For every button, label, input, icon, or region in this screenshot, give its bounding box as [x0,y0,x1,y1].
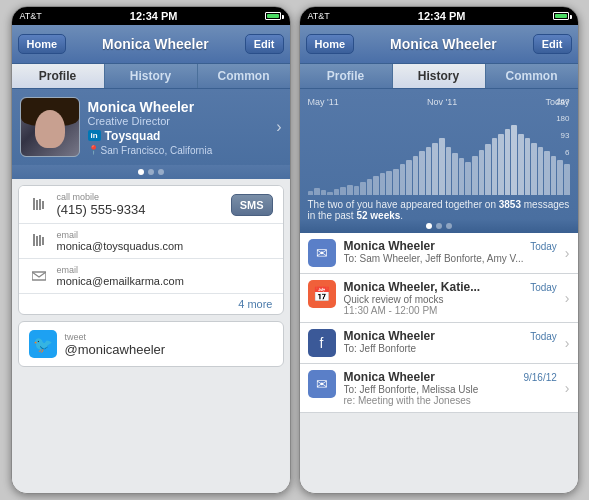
chart-dots [300,219,578,233]
profile-title: Creative Director [88,115,269,127]
profile-info: Monica Wheeler Creative Director in Toys… [88,99,269,156]
home-button-right[interactable]: Home [306,34,355,54]
svg-rect-2 [39,199,41,210]
chart-bar [459,158,465,195]
msg-from: Monica Wheeler [344,329,435,343]
edit-button-right[interactable]: Edit [533,34,572,54]
msg-to: Quick review of mocks [344,294,557,305]
status-bar-right: AT&T 12:34 PM [300,7,578,25]
contact-row-email2[interactable]: email monica@emailkarma.com [19,259,283,294]
history-chart: May '11 Nov '11 Today 267 180 93 6 [300,89,578,219]
chart-bar [419,151,425,195]
msg-type-icon: 📅 [308,280,336,308]
tab-common-right[interactable]: Common [486,64,578,88]
profile-chevron: › [276,118,281,136]
contact-row-email1[interactable]: email monica@toysquadus.com [19,224,283,259]
tab-common-left[interactable]: Common [198,64,290,88]
msg-header: Monica Wheeler Today [344,329,557,343]
msg-type-icon: f [308,329,336,357]
status-bar-left: AT&T 12:34 PM [12,7,290,25]
message-item[interactable]: f Monica Wheeler Today To: Jeff Bonforte… [300,323,578,364]
chart-bar [472,156,478,195]
msg-body: Monica Wheeler Today To: Sam Wheeler, Je… [344,239,557,264]
msg-from: Monica Wheeler, Katie... [344,280,481,294]
chart-label-nov: Nov '11 [427,97,457,107]
chart-bar [551,156,557,195]
msg-from: Monica Wheeler [344,370,435,384]
chart-bar [314,188,320,195]
battery-icon-right [553,12,569,20]
content-left: Monica Wheeler Creative Director in Toys… [12,89,290,493]
profile-card: Monica Wheeler Creative Director in Toys… [12,89,290,165]
profile-company: Toysquad [105,129,161,143]
chart-bar [538,147,544,195]
msg-to: To: Sam Wheeler, Jeff Bonforte, Amy V... [344,253,557,264]
linkedin-badge: in [88,130,101,141]
chart-values: 267 180 93 6 [556,97,569,157]
tweet-section: 🐦 tweet @monicawheeler [18,321,284,367]
chart-bar [354,186,360,195]
chart-label-may: May '11 [308,97,339,107]
tab-history-left[interactable]: History [105,64,198,88]
chart-bar [505,129,511,195]
msg-type-icon: ✉ [308,239,336,267]
contact-mobile-text: call mobile (415) 555-9334 [57,192,231,217]
nav-bar-right: Home Monica Wheeler Edit [300,25,578,63]
msg-preview: 11:30 AM - 12:00 PM [344,305,557,316]
email-icon-2 [29,266,49,286]
tab-bar-left: Profile History Common [12,63,290,89]
msg-date: Today [530,282,557,293]
msg-header: Monica Wheeler, Katie... Today [344,280,557,294]
tab-history-right[interactable]: History [393,64,486,88]
chart-bar [439,138,445,195]
tab-profile-right[interactable]: Profile [300,64,393,88]
msg-type-icon: ✉ [308,370,336,398]
chart-bar [308,191,314,195]
chart-dot-3 [446,223,452,229]
msg-header: Monica Wheeler 9/16/12 [344,370,557,384]
msg-to: To: Jeff Bonforte, Melissa Usle [344,384,557,395]
message-list: ✉ Monica Wheeler Today To: Sam Wheeler, … [300,233,578,413]
chart-bar [380,173,386,195]
svg-rect-7 [42,237,44,245]
message-item[interactable]: ✉ Monica Wheeler 9/16/12 To: Jeff Bonfor… [300,364,578,413]
chart-bar [498,134,504,195]
more-link[interactable]: 4 more [19,294,283,314]
home-button-left[interactable]: Home [18,34,67,54]
nav-title-right: Monica Wheeler [358,36,529,52]
msg-from: Monica Wheeler [344,239,435,253]
chart-bar [334,189,340,195]
svg-rect-0 [33,198,35,210]
message-item[interactable]: 📅 Monica Wheeler, Katie... Today Quick r… [300,274,578,323]
message-item[interactable]: ✉ Monica Wheeler Today To: Sam Wheeler, … [300,233,578,274]
time-right: 12:34 PM [418,10,466,22]
svg-rect-1 [36,200,38,210]
right-phone: AT&T 12:34 PM Home Monica Wheeler Edit P… [299,6,579,494]
chart-bar [426,147,432,195]
tab-profile-left[interactable]: Profile [12,64,105,88]
chart-bar [393,169,399,195]
chart-bar [531,143,537,196]
dot-2 [148,169,154,175]
msg-to: To: Jeff Bonforte [344,343,557,354]
chart-bar [340,187,346,195]
chart-labels: May '11 Nov '11 Today [308,97,570,107]
carrier-right: AT&T [308,11,330,21]
contact-email1-text: email monica@toysquadus.com [57,230,273,252]
sms-button[interactable]: SMS [231,194,273,216]
chart-bar [525,138,531,195]
msg-chevron-icon: › [565,290,570,306]
msg-chevron-icon: › [565,335,570,351]
contact-row-mobile[interactable]: call mobile (415) 555-9334 SMS [19,186,283,224]
edit-button-left[interactable]: Edit [245,34,284,54]
chart-bar [406,160,412,195]
phone-icon [29,195,49,215]
svg-rect-5 [36,236,38,246]
chart-bar [347,185,353,196]
profile-location: 📍 San Francisco, California [88,145,269,156]
chart-bar [400,164,406,195]
battery-icon-left [265,12,281,20]
email-icon-1 [29,231,49,251]
chart-bar [321,190,327,195]
tweet-row[interactable]: 🐦 tweet @monicawheeler [19,322,283,366]
